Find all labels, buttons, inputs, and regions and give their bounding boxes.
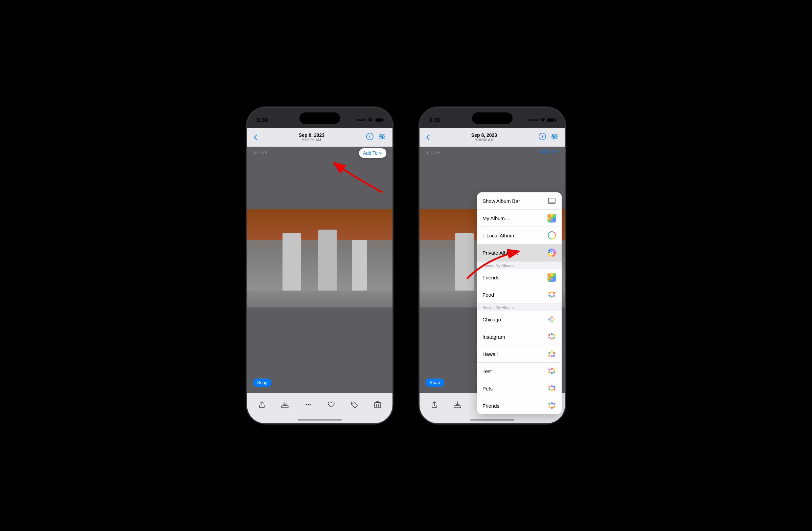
svg-text:i: i <box>542 134 543 139</box>
photo-area-1: LIVE Add To Snap <box>247 146 392 393</box>
svg-point-7 <box>383 136 385 137</box>
svg-point-66 <box>551 355 553 357</box>
svg-point-62 <box>548 352 550 354</box>
menu-item-my-album[interactable]: My Album... <box>477 210 562 227</box>
svg-point-30 <box>551 215 553 217</box>
photo-content-1 <box>247 209 392 307</box>
svg-point-52 <box>548 318 551 321</box>
heart-icon[interactable] <box>325 399 337 411</box>
svg-point-6 <box>380 134 382 136</box>
svg-rect-86 <box>454 406 461 408</box>
back-button-2[interactable] <box>426 135 430 140</box>
svg-point-24 <box>555 136 557 137</box>
menu-item-friends-recent[interactable]: Friends <box>477 397 562 414</box>
svg-point-70 <box>553 368 555 371</box>
svg-point-74 <box>548 386 550 388</box>
status-time-2: 3:30 <box>429 117 440 124</box>
share-icon[interactable] <box>256 399 268 411</box>
menu-item-hawaii[interactable]: Hawaii <box>477 346 562 363</box>
chevron-down-icon-2 <box>555 150 559 152</box>
svg-rect-14 <box>375 403 381 408</box>
hawaii-icon <box>548 349 556 358</box>
local-album-icon <box>548 231 556 240</box>
svg-point-32 <box>553 218 555 220</box>
menu-item-food[interactable]: Food <box>477 286 562 304</box>
menu-item-private-album[interactable]: Private Album... <box>477 244 562 262</box>
album-bar-icon <box>548 196 556 205</box>
private-album-icon <box>548 248 556 257</box>
battery-icon <box>375 118 383 122</box>
svg-point-40 <box>551 274 553 276</box>
more-icon[interactable] <box>302 399 314 411</box>
download-icon-2[interactable] <box>451 399 464 411</box>
svg-point-83 <box>553 406 555 408</box>
svg-point-47 <box>553 292 555 294</box>
local-album-left: › Local Album <box>482 233 514 238</box>
nav-bar-2: Sep 8, 2023 9:06:06 AM i <box>420 128 565 146</box>
phone-2: 3:30 <box>420 108 565 423</box>
svg-text:i: i <box>369 134 371 139</box>
menu-item-local-album[interactable]: › Local Album <box>477 227 562 244</box>
download-icon[interactable] <box>279 399 291 411</box>
svg-point-82 <box>553 403 555 405</box>
svg-point-59 <box>553 337 555 339</box>
svg-point-31 <box>553 215 555 218</box>
menu-item-instagram[interactable]: Instagram <box>477 328 562 346</box>
svg-point-13 <box>352 403 353 404</box>
svg-point-42 <box>553 277 555 279</box>
share-icon-2[interactable] <box>428 399 440 411</box>
signal-icon <box>357 119 365 121</box>
svg-point-12 <box>309 404 311 405</box>
friends-icon <box>548 273 556 282</box>
chevron-down-icon-1 <box>379 152 382 154</box>
signal-icon-2 <box>529 119 538 121</box>
svg-point-73 <box>548 371 550 373</box>
menu-item-chicago[interactable]: Chicago <box>477 311 562 328</box>
svg-rect-26 <box>548 198 555 204</box>
trash-icon[interactable] <box>372 399 384 411</box>
filter-icon-2[interactable] <box>551 134 558 141</box>
svg-point-64 <box>553 352 555 354</box>
svg-point-76 <box>553 386 555 388</box>
add-to-button-1[interactable]: Add To <box>359 148 386 158</box>
menu-item-pets[interactable]: Pets <box>477 380 562 397</box>
menu-item-test[interactable]: Test <box>477 363 562 380</box>
add-to-button-2[interactable]: Add To <box>540 148 559 154</box>
status-icons-1 <box>357 118 383 122</box>
svg-point-49 <box>551 296 553 298</box>
battery-icon-2 <box>548 118 555 122</box>
svg-point-80 <box>548 403 550 405</box>
test-icon <box>548 367 556 376</box>
back-button-1[interactable] <box>254 135 257 140</box>
svg-point-78 <box>551 389 553 391</box>
snap-button-2[interactable]: Snap <box>426 378 444 387</box>
snap-button-1[interactable]: Snap <box>253 378 271 387</box>
svg-point-17 <box>542 121 543 122</box>
svg-rect-9 <box>281 406 288 408</box>
wifi-icon <box>367 118 373 122</box>
svg-point-79 <box>548 388 550 390</box>
dropdown-menu: Show Album Bar My Album... <box>477 192 562 414</box>
nav-actions-2: i <box>539 133 558 142</box>
svg-point-53 <box>553 318 555 321</box>
filter-icon-1[interactable] <box>378 134 386 141</box>
info-icon-2[interactable]: i <box>539 133 546 142</box>
live-dot <box>253 151 257 154</box>
menu-item-show-album-bar[interactable]: Show Album Bar <box>477 192 562 210</box>
svg-point-84 <box>551 407 553 409</box>
section-recent: Recent My Albums <box>477 304 562 311</box>
svg-point-75 <box>551 385 553 387</box>
status-bar-1: 3:30 <box>247 108 392 128</box>
svg-point-11 <box>307 404 309 405</box>
pets-icon <box>548 384 556 393</box>
svg-point-41 <box>553 275 555 277</box>
info-icon-1[interactable]: i <box>366 133 374 142</box>
live-badge-1: LIVE <box>253 150 267 155</box>
phone-1: 3:30 <box>247 108 392 423</box>
photo-image-1 <box>247 209 392 307</box>
svg-point-77 <box>553 388 555 390</box>
svg-point-57 <box>551 333 553 335</box>
tag-icon[interactable] <box>348 399 360 411</box>
menu-item-friends-pinned[interactable]: Friends <box>477 269 562 286</box>
svg-point-48 <box>553 295 555 297</box>
